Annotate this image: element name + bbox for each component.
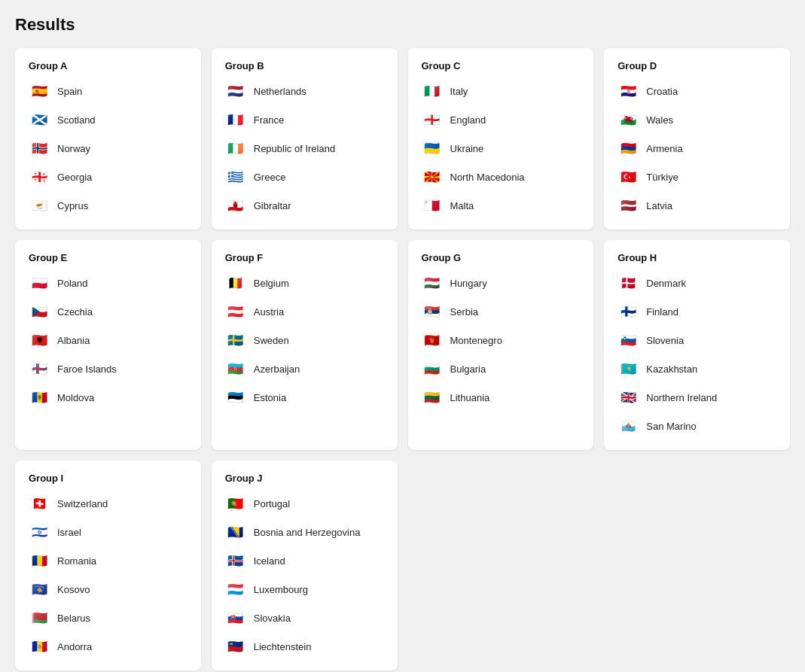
country-row: 🇱🇺Luxembourg: [225, 579, 384, 600]
flag-icon: 🇫🇮: [617, 301, 639, 322]
flag-icon: 🇧🇾: [29, 607, 50, 628]
flag-icon: 🇳🇴: [29, 138, 50, 159]
flag-icon: 🇹🇷: [617, 166, 639, 187]
country-name: Sweden: [254, 335, 289, 346]
country-name: Romania: [57, 555, 96, 567]
flag-icon: 🏴󠁧󠁢󠁥󠁮󠁧󠁿: [422, 109, 443, 130]
country-name: Northern Ireland: [646, 392, 717, 403]
flag-icon: 🇵🇱: [29, 272, 50, 293]
group-f-title: Group F: [225, 252, 384, 263]
country-name: Republic of Ireland: [254, 143, 335, 154]
country-row: 🇦🇹Austria: [225, 301, 384, 322]
flag-icon: 🇦🇱: [29, 330, 50, 351]
country-row: 🇦🇱Albania: [29, 330, 188, 351]
flag-icon: 🇧🇪: [225, 272, 246, 293]
country-row: 🇦🇿Azerbaijan: [225, 358, 384, 379]
country-row: 🇫🇷France: [225, 109, 384, 130]
flag-icon: 🇱🇻: [617, 195, 639, 216]
flag-icon: 🇰🇿: [617, 358, 639, 379]
country-row: 🇲🇩Moldova: [29, 387, 188, 408]
country-row: 🇵🇹Portugal: [225, 493, 384, 514]
group-b-card: Group B🇳🇱Netherlands🇫🇷France🇮🇪Republic o…: [212, 48, 398, 230]
country-row: 🇧🇪Belgium: [225, 272, 384, 293]
flag-icon: 🇮🇸: [225, 550, 246, 571]
country-name: Lithuania: [450, 392, 490, 403]
flag-icon: 🇨🇾: [29, 195, 50, 216]
country-row: 🏴󠁧󠁢󠁳󠁣󠁴󠁿Scotland: [29, 109, 188, 130]
group-j-card: Group J🇵🇹Portugal🇧🇦Bosnia and Herzegovin…: [212, 461, 398, 670]
country-name: Austria: [254, 306, 284, 318]
country-row: 🇨🇿Czechia: [29, 301, 188, 322]
country-name: Scotland: [57, 114, 96, 126]
flag-icon: 🇪🇪: [225, 387, 246, 408]
country-row: 🇲🇹Malta: [422, 195, 581, 216]
country-name: Czechia: [57, 306, 93, 318]
country-name: Hungary: [450, 278, 487, 289]
country-name: Luxembourg: [254, 584, 308, 595]
flag-icon: 🇦🇹: [225, 301, 246, 322]
country-name: Belarus: [57, 613, 90, 624]
flag-icon: 🏴󠁧󠁢󠁳󠁣󠁴󠁿: [29, 109, 50, 130]
country-row: 🇸🇲San Marino: [617, 415, 776, 436]
flag-icon: 🇱🇹: [422, 387, 443, 408]
country-name: Andorra: [57, 641, 92, 652]
group-b-title: Group B: [225, 60, 384, 71]
country-name: Greece: [254, 172, 286, 183]
country-name: Faroe Islands: [57, 363, 117, 375]
country-name: Italy: [450, 86, 468, 97]
group-a-card: Group A🇪🇸Spain🏴󠁧󠁢󠁳󠁣󠁴󠁿Scotland🇳🇴Norway🇬🇪G…: [15, 48, 201, 230]
group-f-card: Group F🇧🇪Belgium🇦🇹Austria🇸🇪Sweden🇦🇿Azerb…: [212, 240, 398, 450]
country-name: Belgium: [254, 278, 289, 289]
flag-icon: 🇽🇰: [29, 579, 50, 600]
flag-icon: 🇦🇲: [617, 138, 639, 159]
flag-icon: 🇬🇧: [617, 387, 639, 408]
country-row: 🇭🇺Hungary: [422, 272, 581, 293]
country-name: Bosnia and Herzegovina: [254, 527, 361, 538]
country-name: Kosovo: [57, 584, 90, 595]
group-h-title: Group H: [617, 252, 776, 263]
flag-icon: 🇸🇰: [225, 607, 246, 628]
country-name: Spain: [57, 86, 82, 97]
group-h-card: Group H🇩🇰Denmark🇫🇮Finland🇸🇮Slovenia🇰🇿Kaz…: [604, 240, 790, 450]
country-name: Estonia: [254, 392, 286, 403]
country-row: 🇱🇻Latvia: [617, 195, 776, 216]
country-row: 🇧🇦Bosnia and Herzegovina: [225, 521, 384, 543]
country-row: 🇩🇰Denmark: [617, 272, 776, 293]
flag-icon: 🇦🇩: [29, 636, 50, 657]
country-row: 🇸🇮Slovenia: [617, 330, 776, 351]
flag-icon: 🏴󠁧󠁢󠁷󠁬󠁳󠁿: [617, 109, 639, 130]
flag-icon: 🇫🇴: [29, 358, 50, 379]
group-i-title: Group I: [29, 473, 188, 484]
group-c-title: Group C: [422, 60, 581, 71]
country-name: Azerbaijan: [254, 363, 300, 375]
country-row: 🇳🇱Netherlands: [225, 81, 384, 102]
country-row: 🇫🇴Faroe Islands: [29, 358, 188, 379]
country-row: 🇭🇷Croatia: [617, 81, 776, 102]
group-d-card: Group D🇭🇷Croatia🏴󠁧󠁢󠁷󠁬󠁳󠁿Wales🇦🇲Armenia🇹🇷T…: [604, 48, 790, 230]
flag-icon: 🇪🇸: [29, 81, 50, 102]
country-name: Armenia: [646, 143, 682, 154]
country-name: Iceland: [254, 555, 285, 567]
flag-icon: 🇫🇷: [225, 109, 246, 130]
country-name: Netherlands: [254, 86, 306, 97]
country-row: 🏴󠁧󠁢󠁷󠁬󠁳󠁿Wales: [617, 109, 776, 130]
country-row: 🇲🇰North Macedonia: [422, 166, 581, 187]
country-name: Finland: [646, 306, 678, 318]
flag-icon: 🇸🇮: [617, 330, 639, 351]
country-name: Switzerland: [57, 498, 108, 509]
country-row: 🇨🇾Cyprus: [29, 195, 188, 216]
country-row: 🇪🇪Estonia: [225, 387, 384, 408]
group-g-title: Group G: [422, 252, 581, 263]
flag-icon: 🇺🇦: [422, 138, 443, 159]
flag-icon: 🇱🇮: [225, 636, 246, 657]
country-row: 🇨🇭Switzerland: [29, 493, 188, 514]
country-name: Ukraine: [450, 143, 484, 154]
country-name: Serbia: [450, 306, 479, 318]
country-row: 🇲🇪Montenegro: [422, 330, 581, 351]
country-row: 🇪🇸Spain: [29, 81, 188, 102]
country-row: 🇸🇪Sweden: [225, 330, 384, 351]
country-row: 🇬🇮Gibraltar: [225, 195, 384, 216]
country-row: 🇮🇹Italy: [422, 81, 581, 102]
country-row: 🇮🇸Iceland: [225, 550, 384, 571]
flag-icon: 🇷🇴: [29, 550, 50, 571]
